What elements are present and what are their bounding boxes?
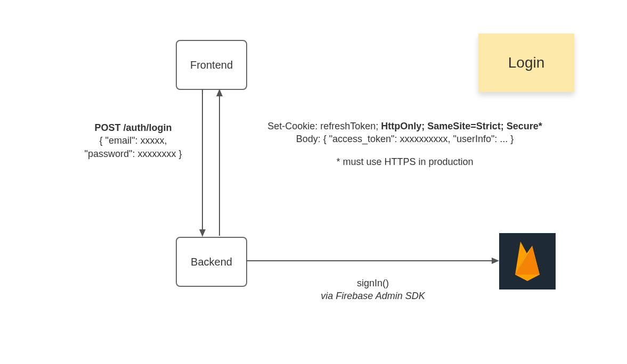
frontend-node: Frontend	[176, 40, 247, 90]
request-title: POST /auth/login	[69, 121, 197, 134]
request-label: POST /auth/login { "email": xxxxx, "pass…	[69, 121, 197, 160]
signin-via: via Firebase Admin SDK	[282, 289, 463, 302]
sticky-login-note: Login	[478, 34, 574, 92]
firebase-node	[499, 233, 556, 289]
svg-marker-9	[492, 258, 499, 264]
sticky-login-title: Login	[508, 54, 545, 71]
svg-marker-5	[199, 229, 206, 237]
response-header-prefix: Set-Cookie: refreshToken;	[267, 121, 381, 131]
request-body-line1: { "email": xxxxx,	[69, 134, 197, 147]
response-label: Set-Cookie: refreshToken; HttpOnly; Same…	[234, 120, 575, 168]
arrow-frontend-to-backend	[199, 89, 206, 237]
request-body-line2: "password": xxxxxxxx }	[69, 147, 197, 160]
svg-marker-7	[216, 89, 223, 96]
firebase-icon	[511, 238, 544, 284]
backend-label: Backend	[191, 256, 232, 268]
frontend-label: Frontend	[190, 59, 233, 71]
diagram-canvas: Frontend Backend Login POST /auth/login …	[0, 0, 627, 364]
signin-label: signIn() via Firebase Admin SDK	[282, 277, 463, 303]
response-footnote: * must use HTTPS in production	[234, 155, 575, 168]
signin-call: signIn()	[282, 277, 463, 289]
response-header-line: Set-Cookie: refreshToken; HttpOnly; Same…	[234, 120, 575, 133]
response-body-line: Body: { "access_token": xxxxxxxxxx, "use…	[234, 133, 575, 145]
response-header-bold: HttpOnly; SameSite=Strict; Secure*	[381, 121, 542, 131]
arrow-backend-to-firebase	[246, 258, 499, 264]
arrow-backend-to-frontend	[216, 89, 223, 236]
backend-node: Backend	[176, 237, 247, 287]
svg-marker-3	[515, 275, 540, 281]
